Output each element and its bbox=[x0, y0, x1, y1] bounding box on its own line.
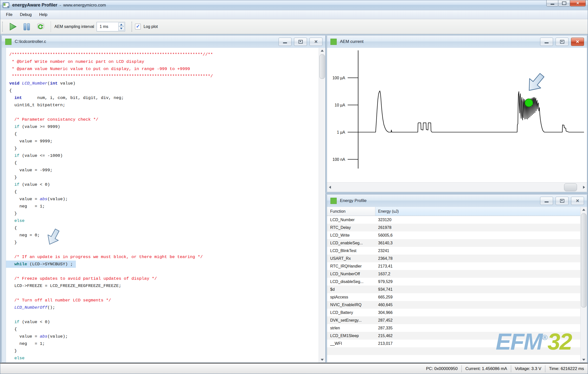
cell-function: LCD_NumberOff bbox=[327, 272, 375, 276]
code-line: /* Turn off all number LCD segments */ bbox=[6, 297, 318, 304]
cell-energy: 287,452 bbox=[375, 318, 580, 323]
pause-button[interactable] bbox=[21, 21, 32, 32]
maximize-icon bbox=[562, 1, 566, 5]
statusbar-item: PC: 0x00000950 bbox=[422, 366, 461, 371]
minimize-icon bbox=[545, 42, 549, 43]
table-row[interactable]: NVIC_EnableIRQ460,645 bbox=[327, 301, 580, 309]
aem-close-button[interactable]: ✕ bbox=[571, 38, 584, 46]
table-row[interactable]: LCD_NumberOff1637,2 bbox=[327, 270, 580, 278]
code-line: int num, i, com, bit, digit, div, neg; bbox=[6, 94, 318, 101]
aem-maximize-button[interactable] bbox=[556, 38, 569, 46]
table-row[interactable]: LCD_BlinkTest23241 bbox=[327, 247, 580, 255]
efm32-logo-reg: ® bbox=[542, 333, 548, 342]
code-line: } bbox=[6, 145, 318, 152]
code-editor-area[interactable]: /***************************************… bbox=[2, 48, 325, 363]
aem-horizontal-scrollbar[interactable] bbox=[327, 182, 587, 192]
column-header-function[interactable]: Function bbox=[327, 207, 375, 216]
code-minimize-button[interactable] bbox=[279, 38, 292, 46]
code-line: LCD->FREEZE = LCD_FREEZE_REGFREEZE_FREEZ… bbox=[6, 282, 318, 289]
menu-item-file[interactable]: File bbox=[2, 11, 16, 18]
code-line: neg = 1; bbox=[6, 203, 318, 210]
code-line: } bbox=[6, 347, 318, 355]
code-line: value = abs(value); bbox=[6, 333, 318, 340]
cell-energy: 323120 bbox=[375, 218, 580, 222]
scroll-left-button[interactable] bbox=[327, 183, 333, 192]
toolbar-grip-2[interactable] bbox=[132, 22, 132, 32]
efm32-logo-32: 32 bbox=[548, 329, 572, 354]
aem-scrollbar-thumb[interactable] bbox=[564, 183, 577, 191]
code-line: /***************************************… bbox=[6, 51, 318, 58]
scroll-down-button[interactable] bbox=[319, 357, 325, 363]
code-line: neg = 1; bbox=[6, 340, 318, 347]
minimize-button[interactable] bbox=[546, 0, 558, 6]
code-maximize-button[interactable] bbox=[294, 38, 307, 46]
play-button[interactable] bbox=[7, 21, 18, 32]
close-icon: ✕ bbox=[314, 40, 318, 44]
cell-energy: 2364,78 bbox=[375, 256, 580, 261]
table-row[interactable]: USART_Rx2364,78 bbox=[327, 255, 580, 262]
code-scrollbar-thumb[interactable] bbox=[319, 54, 325, 79]
aem-minimize-button[interactable] bbox=[540, 38, 553, 46]
column-header-energy[interactable]: Energy (uJ) bbox=[375, 207, 580, 216]
cell-energy: 1637,2 bbox=[375, 272, 580, 276]
app-title-url: www.energymicro.com bbox=[63, 3, 106, 8]
code-window-titlebar[interactable]: C:\lcdcontroller.c ✕ bbox=[2, 35, 325, 48]
code-line: /* If an update is in progress we must b… bbox=[6, 253, 318, 261]
code-line bbox=[6, 311, 318, 318]
cell-energy: 460,645 bbox=[375, 303, 580, 307]
cell-energy: 304,966 bbox=[375, 310, 580, 315]
code-vertical-scrollbar[interactable] bbox=[319, 48, 325, 363]
log-plot-checkbox[interactable]: ✓ bbox=[135, 24, 141, 29]
menu-item-help[interactable]: Help bbox=[35, 11, 51, 18]
table-row[interactable]: LCD_Number323120 bbox=[327, 216, 580, 224]
table-row[interactable]: LCD_Battery304,966 bbox=[327, 309, 580, 316]
energy-minimize-button[interactable] bbox=[540, 197, 553, 205]
check-icon: ✓ bbox=[136, 24, 140, 29]
cell-function: LCD_BlinkTest bbox=[327, 249, 375, 253]
maximize-button[interactable] bbox=[558, 0, 570, 6]
statusbar-item: Voltage: 3.3 V bbox=[511, 366, 545, 371]
code-line: void LCD_Number(int value) bbox=[6, 80, 318, 87]
spinner-up-button[interactable] bbox=[118, 23, 124, 27]
close-button[interactable]: ✕ bbox=[570, 0, 586, 6]
menu-item-debug[interactable]: Debug bbox=[16, 11, 35, 18]
cell-energy: 36140,3 bbox=[375, 241, 580, 245]
energy-close-button[interactable]: ✕ bbox=[571, 197, 584, 205]
sampling-interval-input[interactable]: 1 ms bbox=[97, 22, 125, 31]
energy-maximize-button[interactable] bbox=[556, 197, 569, 205]
table-row[interactable]: RTC_IRQHandler2173,41 bbox=[327, 262, 580, 270]
energy-scrollbar-thumb[interactable] bbox=[581, 213, 587, 307]
cell-function: LCD_Number bbox=[327, 218, 375, 222]
scroll-right-button[interactable] bbox=[581, 183, 587, 192]
scroll-up-button[interactable] bbox=[319, 48, 325, 53]
spinner-down-button[interactable] bbox=[118, 27, 124, 31]
aem-window-titlebar[interactable]: AEM current ✕ bbox=[327, 35, 587, 48]
table-row[interactable]: spiAccess665,259 bbox=[327, 293, 580, 301]
code-line: ****************************************… bbox=[6, 73, 318, 80]
menu-bar: FileDebugHelp bbox=[0, 10, 588, 19]
cell-function: __WFI bbox=[327, 341, 375, 346]
table-row[interactable]: LCD_Write56005,6 bbox=[327, 231, 580, 239]
code-line-current: while (LCD->SYNCBUSY) ; bbox=[6, 261, 76, 268]
restart-button[interactable] bbox=[35, 21, 46, 32]
aem-window-icon bbox=[330, 39, 337, 45]
sampling-interval-value: 1 ms bbox=[97, 24, 118, 29]
code-margin-strip bbox=[2, 48, 6, 363]
energy-vertical-scrollbar[interactable] bbox=[580, 207, 587, 363]
toolbar-grip[interactable] bbox=[2, 22, 3, 32]
code-line bbox=[6, 246, 318, 253]
code-close-button[interactable]: ✕ bbox=[309, 38, 322, 46]
toolbar-separator bbox=[51, 21, 51, 32]
table-row[interactable]: RTC_Delay261978 bbox=[327, 224, 580, 231]
table-row[interactable]: LCD_enableSeg...36140,3 bbox=[327, 239, 580, 247]
table-row[interactable]: DVK_setEnergy...287,452 bbox=[327, 316, 580, 324]
table-row[interactable]: $d934,741 bbox=[327, 285, 580, 293]
scroll-down-button[interactable] bbox=[581, 357, 587, 363]
code-line: { bbox=[6, 159, 318, 167]
energy-window-title: Energy Profile bbox=[340, 198, 367, 203]
energy-window-titlebar[interactable]: Energy Profile ✕ bbox=[327, 194, 587, 207]
scroll-up-button[interactable] bbox=[581, 207, 587, 212]
table-row[interactable]: LCD_disableSeg...979,529 bbox=[327, 278, 580, 285]
aem-chart-area[interactable]: 100 µA10 µA1 µA100 nA bbox=[327, 48, 587, 192]
code-lines: /***************************************… bbox=[6, 51, 318, 362]
